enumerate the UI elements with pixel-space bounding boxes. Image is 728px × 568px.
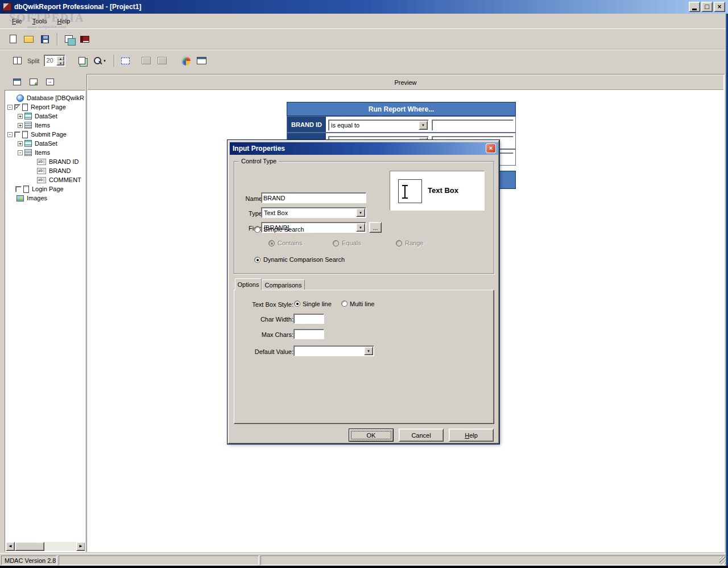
tab-comparisons[interactable]: Comparisons [262,279,305,290]
insert-image-button[interactable] [139,54,153,68]
operator-select[interactable]: is equal to ▼ [328,120,429,131]
dropdown-icon: ▼ [367,349,370,353]
browser-preview-button[interactable] [179,54,193,68]
textbox-style-label: Text Box Style: [245,301,293,308]
max-chars-field[interactable] [293,329,324,339]
application-window: dbQwikReport Professional - [Project1] □… [0,0,728,568]
split-size-spinner[interactable]: 20 ▲ ▼ [44,55,65,67]
default-value-select[interactable]: ▼ [293,345,374,356]
textbox-field-icon: ab| [37,177,46,183]
scroll-left-button[interactable]: ◄ [6,542,15,551]
tree-item-report-page[interactable]: - ✓ Report Page [5,102,85,112]
insert-image-2-button[interactable] [155,54,169,68]
tree-item-brand-id[interactable]: ab| BRAND ID [5,157,85,166]
copy-style-button[interactable] [75,54,89,68]
project-tree: Database [DBQwikR - ✓ Report Page + Data… [5,90,85,552]
dialog-close-button[interactable]: × [486,143,496,153]
collapse-icon[interactable]: - [18,150,23,155]
multi-line-radio[interactable] [341,301,348,307]
title-bar[interactable]: dbQwikReport Professional - [Project1] □… [0,0,728,14]
dynamic-comparison-label: Dynamic Comparison Search [263,256,345,263]
name-field[interactable] [261,192,366,203]
preview-header-label: Preview [394,79,416,86]
tree-item-comment[interactable]: ab| COMMENT [5,175,85,184]
zoom-button[interactable]: ▼ [90,54,109,68]
tree-item-label: COMMENT [48,176,82,183]
help-button[interactable]: Help [449,429,494,442]
control-type-group: Control Type Name: Type: Text Box ▼ Fiel… [234,161,494,274]
report-page-checkbox[interactable]: ✓ [14,104,20,110]
tree-item-dataset-1[interactable]: + DataSet [5,112,85,121]
tree-item-items-1[interactable]: + Items [5,121,85,130]
tree-horizontal-scrollbar[interactable]: ◄ ► [6,542,85,551]
cancel-button[interactable]: Cancel [399,429,444,442]
tree-item-label: DataSet [34,140,59,147]
tree-item-items-2[interactable]: - Items [5,148,85,157]
open-button[interactable] [22,32,36,46]
single-line-radio[interactable] [294,301,300,307]
single-line-label: Single line [303,301,332,307]
add-item-button[interactable] [28,77,39,87]
tab-options[interactable]: Options [235,278,262,290]
tree-item-images[interactable]: Images [5,194,85,203]
tree-item-label: Submit Page [30,131,68,138]
dataset-icon [24,140,32,147]
tree-item-login-page[interactable]: Login Page [5,184,85,194]
simple-search-radio[interactable] [254,227,260,233]
login-page-checkbox[interactable] [15,186,22,192]
collapse-icon[interactable]: - [7,132,13,137]
type-select[interactable]: Text Box ▼ [261,207,366,218]
default-value-dropdown-button[interactable]: ▼ [364,347,373,355]
minimize-icon [692,9,697,10]
close-button[interactable]: × [714,2,725,12]
type-dropdown-button[interactable]: ▼ [356,208,365,217]
save-button[interactable] [38,32,52,46]
textbox-preview-icon [398,179,422,203]
scrollbar-thumb[interactable] [15,542,44,551]
picture-icon [158,57,167,64]
minimize-button[interactable] [689,2,700,12]
tree-item-database[interactable]: Database [DBQwikR [5,93,85,102]
char-width-field[interactable] [293,314,324,324]
close-icon: × [717,4,722,10]
spin-up-icon: ▲ [59,57,62,60]
cancel-button-label: Cancel [411,432,431,439]
selection-mode-button[interactable] [118,54,133,68]
char-width-input[interactable] [294,314,324,323]
max-chars-input[interactable] [294,330,324,339]
criteria-value-input[interactable] [432,120,514,131]
split-toggle-button[interactable] [10,54,24,68]
tree-item-submit-page[interactable]: - Submit Page [5,130,85,139]
tree-item-dataset-2[interactable]: + DataSet [5,139,85,148]
new-button[interactable] [6,32,20,46]
database-icon [16,94,24,102]
dialog-title-bar[interactable]: Input Properties [230,142,498,155]
maximize-button[interactable]: □ [701,2,713,12]
move-item-button[interactable] [44,77,56,87]
dynamic-comparison-radio[interactable] [254,257,260,263]
spin-down-button[interactable]: ▼ [56,60,64,65]
tree-item-brand[interactable]: ab| BRAND [5,166,85,175]
submit-page-checkbox[interactable] [14,131,20,138]
browse-button[interactable]: ... [369,222,382,233]
operator-dropdown-button[interactable]: ▼ [419,121,428,130]
menu-tools[interactable]: Tools [27,16,52,26]
expand-icon[interactable]: + [18,123,23,128]
selection-rect-icon [121,57,130,64]
window-layout-button[interactable] [195,54,209,68]
help-book-button[interactable] [77,32,92,46]
scroll-right-icon: ► [78,544,83,549]
field-dropdown-button[interactable]: ▼ [356,223,365,232]
ok-button[interactable]: OK [349,429,394,442]
expand-icon[interactable]: + [18,141,23,146]
scroll-right-button[interactable]: ► [76,542,85,551]
menu-file[interactable]: File [7,16,27,26]
name-input[interactable] [262,193,366,203]
page-design-button[interactable] [11,77,23,87]
expand-icon[interactable]: + [18,114,23,119]
items-icon [24,122,32,129]
spin-down-icon: ▼ [59,61,62,65]
collapse-icon[interactable]: - [7,105,13,110]
menu-help[interactable]: Help [52,16,75,26]
publish-button[interactable] [61,32,76,46]
